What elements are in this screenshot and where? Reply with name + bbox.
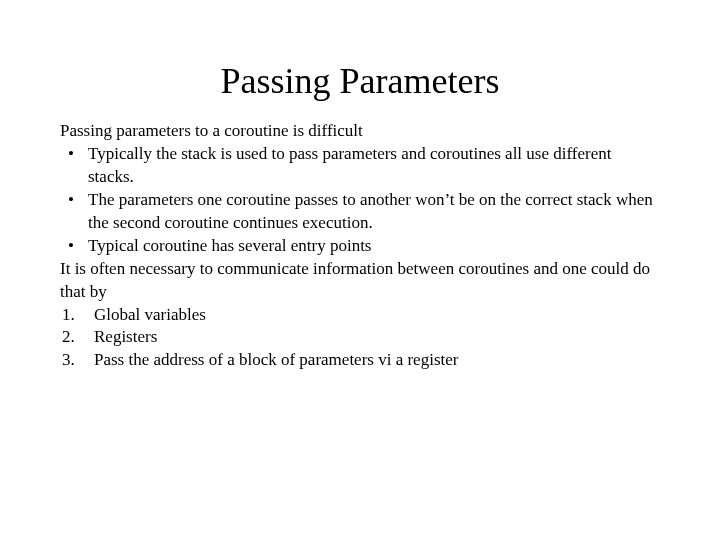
slide-body: Passing parameters to a coroutine is dif… [60,120,660,372]
list-item: Global variables [60,304,660,327]
intro-text: Passing parameters to a coroutine is dif… [60,120,660,143]
slide-title: Passing Parameters [60,60,660,102]
list-item: Typically the stack is used to pass para… [60,143,660,189]
intro2-text: It is often necessary to communicate inf… [60,258,660,304]
list-item: Registers [60,326,660,349]
list-item: Pass the address of a block of parameter… [60,349,660,372]
list-item: Typical coroutine has several entry poin… [60,235,660,258]
bullet-list: Typically the stack is used to pass para… [60,143,660,258]
numbered-list: Global variables Registers Pass the addr… [60,304,660,373]
list-item: The parameters one coroutine passes to a… [60,189,660,235]
slide: Passing Parameters Passing parameters to… [0,0,720,372]
